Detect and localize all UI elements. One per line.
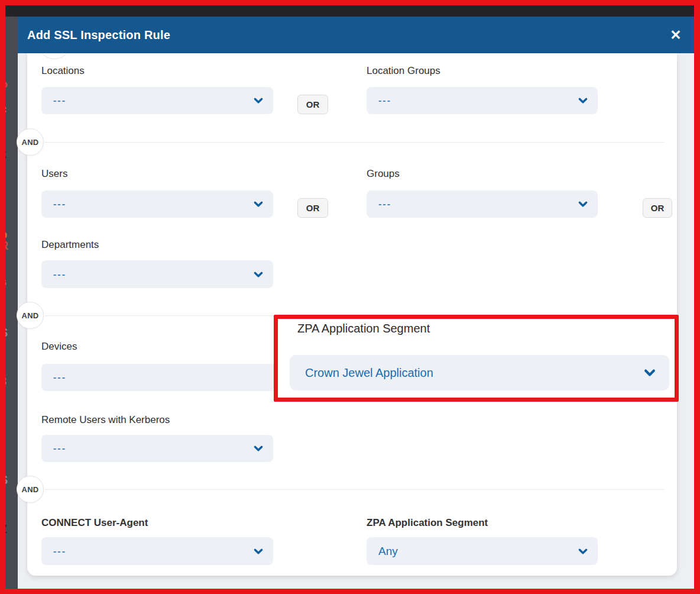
location-groups-value: --- — [378, 95, 391, 106]
field-label-devices: Devices — [41, 341, 77, 353]
devices-select[interactable]: --- — [41, 364, 276, 391]
chevron-down-icon — [253, 269, 264, 280]
chevron-down-icon — [253, 443, 264, 454]
chevron-down-icon — [253, 199, 264, 209]
field-label-remote-users-with-kerberos: Remote Users with Kerberos — [41, 414, 170, 426]
remote-users-value: --- — [53, 443, 66, 454]
dimmed-backdrop-left: tPck-toRsS3lSZ — [5, 17, 18, 589]
background-text-fragment: t — [5, 189, 15, 201]
chevron-down-icon — [643, 366, 656, 379]
remote-users-with-kerberos-select[interactable]: --- — [41, 435, 273, 462]
chevron-down-icon — [578, 546, 588, 557]
dialog-title: Add SSL Inspection Rule — [27, 28, 170, 42]
users-select[interactable]: --- — [41, 191, 273, 218]
locations-select[interactable]: --- — [41, 87, 273, 114]
section-divider — [45, 315, 664, 316]
location-groups-select[interactable]: --- — [367, 87, 598, 114]
field-label-zpa-application-segment-highlighted: ZPA Application Segment — [297, 322, 430, 335]
section-divider — [45, 142, 664, 143]
background-text-fragment: Z — [5, 523, 15, 535]
field-label-departments: Departments — [41, 239, 99, 251]
connect-user-agent-select[interactable]: --- — [41, 537, 273, 565]
background-text-fragment: k — [5, 148, 15, 160]
zpa-application-segment-select[interactable]: Any — [367, 537, 598, 565]
departments-select[interactable]: --- — [41, 260, 273, 288]
criteria-card: Locations --- OR Location Groups --- AND… — [27, 53, 677, 576]
and-connector-badge: AND — [17, 128, 44, 156]
dialog-body: Locations --- OR Location Groups --- AND… — [18, 53, 694, 589]
and-connector-badge: AND — [17, 476, 44, 503]
close-button[interactable]: ✕ — [666, 25, 686, 45]
background-text-fragment: l — [5, 413, 15, 425]
field-label-location-groups: Location Groups — [367, 65, 440, 77]
background-text-fragment: S — [5, 327, 15, 338]
zpa-application-segment-select-highlighted[interactable]: Crown Jewel Application — [290, 355, 669, 390]
and-connector-badge: AND — [17, 302, 44, 329]
departments-value: --- — [53, 269, 66, 280]
background-text-fragment: o — [5, 228, 15, 240]
background-text-fragment: P — [5, 80, 15, 92]
background-text-fragment: 3 — [5, 375, 15, 387]
chevron-down-icon — [578, 199, 588, 209]
locations-value: --- — [53, 95, 66, 106]
annotation-border — [694, 0, 700, 594]
chevron-down-icon — [253, 95, 264, 106]
section-divider — [45, 489, 664, 490]
devices-value: --- — [53, 372, 66, 383]
screenshot: tPck-toRsS3lSZ Add SSL Inspection Rule ✕… — [0, 0, 700, 594]
or-toggle-button[interactable]: OR — [643, 198, 672, 218]
background-text-fragment: t — [5, 25, 15, 37]
chevron-down-icon — [253, 546, 264, 557]
field-label-zpa-application-segment: ZPA Application Segment — [367, 517, 488, 529]
connect-user-agent-value: --- — [53, 546, 66, 557]
chevron-down-icon — [578, 95, 588, 106]
field-label-groups: Groups — [367, 168, 400, 180]
or-toggle-button[interactable]: OR — [297, 198, 328, 218]
zpa-application-segment-bottom-value: Any — [378, 545, 398, 558]
dialog-header: Add SSL Inspection Rule ✕ — [18, 17, 694, 53]
field-label-connect-user-agent: CONNECT User-Agent — [41, 517, 148, 529]
annotation-border — [0, 0, 5, 594]
annotation-border — [0, 0, 700, 5]
dimmed-backdrop-top — [5, 5, 695, 17]
close-icon: ✕ — [670, 28, 681, 42]
background-text-fragment: s — [5, 276, 15, 288]
background-text-fragment: S — [5, 474, 15, 486]
annotation-border — [0, 589, 700, 594]
groups-value: --- — [378, 199, 391, 209]
background-text-fragment: c — [5, 103, 15, 115]
background-text-fragment: R — [5, 240, 15, 251]
zpa-application-segment-value: Crown Jewel Application — [305, 366, 433, 380]
or-toggle-button[interactable]: OR — [297, 95, 328, 114]
field-label-locations: Locations — [41, 65, 85, 77]
groups-select[interactable]: --- — [367, 191, 598, 218]
users-value: --- — [53, 199, 66, 209]
clipped-connector-arc — [34, 53, 105, 60]
field-label-users: Users — [41, 168, 67, 180]
